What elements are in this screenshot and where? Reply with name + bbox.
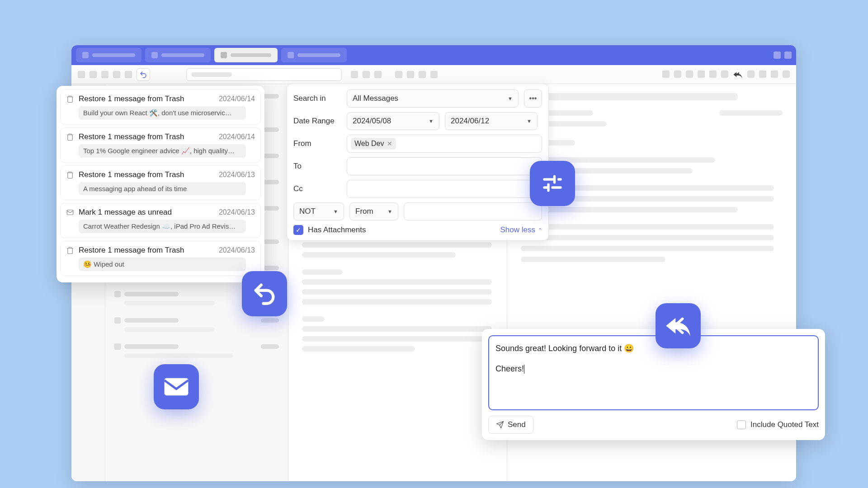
undo-title: Restore 1 message from Trash <box>79 246 214 255</box>
toolbar-placeholder <box>662 70 670 78</box>
undo-title: Restore 1 message from Trash <box>79 132 214 141</box>
undo-item[interactable]: Restore 1 message from Trash 2024/06/14 … <box>60 89 261 125</box>
tab-3-active[interactable] <box>214 48 278 62</box>
toolbar-placeholder <box>759 70 766 78</box>
mail-feature-icon <box>154 364 199 409</box>
toolbar-placeholder <box>125 71 132 78</box>
send-icon <box>496 421 504 429</box>
to-label: To <box>293 162 341 171</box>
not-value-input[interactable] <box>404 202 542 221</box>
undo-date: 2024/06/13 <box>219 171 255 179</box>
reply-all-feature-icon <box>656 303 701 348</box>
toolbar <box>71 65 796 84</box>
from-chip[interactable]: Web Dev ✕ <box>351 138 396 150</box>
has-attachments-label: Has Attachments <box>308 225 366 235</box>
date-range-label: Date Range <box>293 117 341 126</box>
undo-item[interactable]: Restore 1 message from Trash 2024/06/13 … <box>60 165 261 200</box>
reply-all-icon[interactable] <box>733 70 743 79</box>
undo-item[interactable]: Restore 1 message from Trash 2024/06/13 … <box>60 241 261 276</box>
undo-item[interactable]: Restore 1 message from Trash 2024/06/14 … <box>60 127 261 163</box>
search-input[interactable] <box>186 68 342 81</box>
search-filters-panel: Search in All Messages▼ ••• Date Range 2… <box>287 84 549 241</box>
undo-date: 2024/06/14 <box>219 95 255 103</box>
undo-button[interactable] <box>137 68 150 81</box>
minimize-icon[interactable] <box>774 52 781 59</box>
chevron-up-icon: ⌃ <box>538 227 542 233</box>
chevron-down-icon: ▼ <box>527 118 532 124</box>
toolbar-placeholder <box>407 71 414 78</box>
remove-chip-icon[interactable]: ✕ <box>387 140 392 147</box>
toolbar-placeholder <box>771 70 778 78</box>
toolbar-placeholder <box>351 71 358 78</box>
to-input[interactable] <box>347 157 542 175</box>
undo-preview: Top 1% Google engineer advice 📈, high qu… <box>79 144 246 158</box>
maximize-icon[interactable] <box>784 52 792 59</box>
undo-item[interactable]: Mark 1 message as unread 2024/06/13 Carr… <box>60 203 261 238</box>
chevron-down-icon: ▼ <box>333 209 338 214</box>
has-attachments-checkbox[interactable]: ✓ <box>293 225 303 235</box>
svg-rect-1 <box>165 378 189 395</box>
svg-rect-0 <box>67 210 73 215</box>
filters-feature-icon <box>530 161 575 206</box>
tab-4[interactable] <box>281 48 347 62</box>
trash-icon <box>66 171 74 179</box>
trash-icon <box>66 95 74 103</box>
toolbar-placeholder <box>113 71 120 78</box>
show-less-link[interactable]: Show less ⌃ <box>500 225 542 235</box>
reply-line-2: Cheers! <box>495 364 524 373</box>
undo-preview: 🤒 Wiped out <box>79 258 246 271</box>
more-filters-button[interactable]: ••• <box>524 89 542 108</box>
chevron-down-icon: ▼ <box>508 96 513 101</box>
titlebar <box>71 45 796 65</box>
toolbar-placeholder <box>686 70 693 78</box>
date-to-select[interactable]: 2024/06/12▼ <box>445 112 538 130</box>
toolbar-placeholder <box>419 71 426 78</box>
undo-icon <box>139 70 147 79</box>
chevron-down-icon: ▼ <box>429 118 434 124</box>
toolbar-placeholder <box>374 71 382 78</box>
undo-preview: A messaging app ahead of its time <box>79 182 246 195</box>
trash-icon <box>66 246 74 254</box>
chevron-down-icon: ▼ <box>387 209 392 214</box>
undo-preview: Carrot Weather Redesign ☁️, iPad Pro Ad … <box>79 220 246 233</box>
reply-line-1: Sounds great! Looking forward to it 😀 <box>495 343 811 355</box>
toolbar-placeholder <box>783 70 790 78</box>
undo-date: 2024/06/13 <box>219 246 255 254</box>
tab-2[interactable] <box>145 48 211 62</box>
undo-date: 2024/06/13 <box>219 208 255 216</box>
tab-1[interactable] <box>76 48 142 62</box>
quick-reply-panel: Sounds great! Looking forward to it 😀 Ch… <box>482 329 825 440</box>
search-in-label: Search in <box>293 94 341 103</box>
toolbar-placeholder <box>709 70 717 78</box>
mail-icon <box>66 208 74 216</box>
window-controls <box>774 52 792 59</box>
undo-date: 2024/06/14 <box>219 133 255 141</box>
not-field-select[interactable]: From▼ <box>349 202 398 221</box>
trash-icon <box>66 133 74 141</box>
toolbar-placeholder <box>363 71 370 78</box>
undo-title: Restore 1 message from Trash <box>79 170 214 179</box>
date-from-select[interactable]: 2024/05/08▼ <box>347 112 439 130</box>
undo-history-panel: Restore 1 message from Trash 2024/06/14 … <box>57 86 264 282</box>
cc-label: Cc <box>293 184 341 193</box>
toolbar-placeholder <box>747 70 755 78</box>
toolbar-placeholder <box>674 70 681 78</box>
reply-textarea[interactable]: Sounds great! Looking forward to it 😀 Ch… <box>488 335 819 410</box>
toolbar-placeholder <box>721 70 728 78</box>
undo-preview: Build your own React 🛠️, don't use micro… <box>79 106 246 120</box>
undo-title: Restore 1 message from Trash <box>79 94 214 103</box>
toolbar-placeholder <box>101 71 108 78</box>
undo-title: Mark 1 message as unread <box>79 208 214 217</box>
send-button[interactable]: Send <box>488 416 533 434</box>
toolbar-placeholder <box>395 71 402 78</box>
toolbar-placeholder <box>90 71 97 78</box>
search-in-select[interactable]: All Messages▼ <box>347 89 519 108</box>
from-input[interactable]: Web Dev ✕ <box>347 135 542 153</box>
include-quoted-toggle[interactable]: Include Quoted Text <box>737 420 819 429</box>
cc-input[interactable] <box>347 180 542 198</box>
not-operator-select[interactable]: NOT▼ <box>293 202 344 221</box>
undo-feature-icon <box>242 271 287 316</box>
quoted-checkbox[interactable] <box>737 420 746 429</box>
toolbar-placeholder <box>78 71 85 78</box>
from-label: From <box>293 139 341 148</box>
